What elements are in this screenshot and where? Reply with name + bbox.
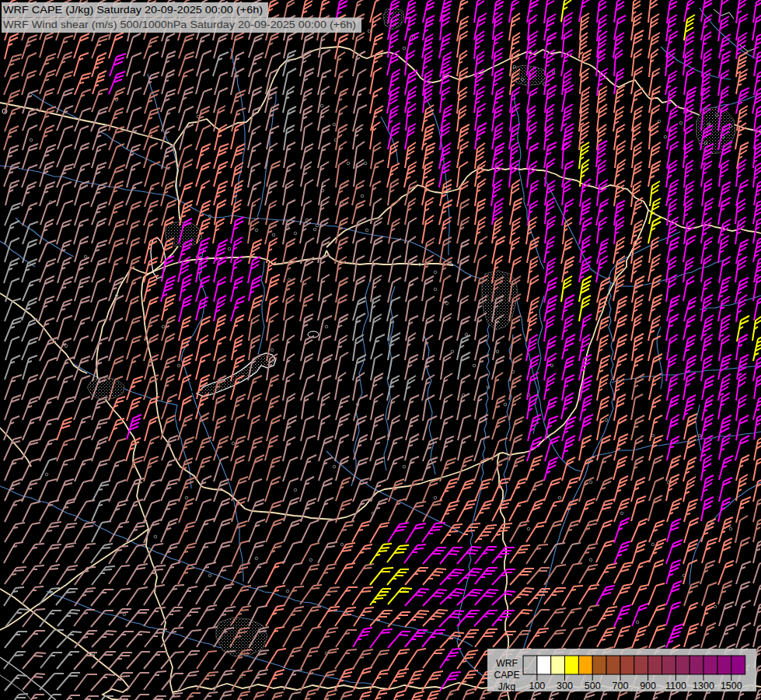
svg-text:J/kg: J/kg: [498, 681, 515, 692]
svg-text:900: 900: [640, 681, 656, 691]
svg-text:WRF CAPE (J/kg) Saturday 20-09: WRF CAPE (J/kg) Saturday 20-09-2025 00:0…: [3, 4, 263, 16]
svg-text:300: 300: [557, 681, 573, 691]
svg-text:WRF Wind shear (m/s) 500/1000h: WRF Wind shear (m/s) 500/1000hPa Saturda…: [3, 19, 356, 30]
svg-text:CAPE: CAPE: [494, 670, 519, 681]
svg-text:1500: 1500: [721, 681, 742, 691]
svg-text:1100: 1100: [665, 681, 686, 691]
svg-text:WRF: WRF: [496, 658, 518, 669]
svg-text:500: 500: [585, 681, 601, 691]
svg-text:1300: 1300: [693, 681, 714, 691]
svg-text:100: 100: [529, 681, 545, 691]
svg-text:700: 700: [613, 681, 629, 691]
